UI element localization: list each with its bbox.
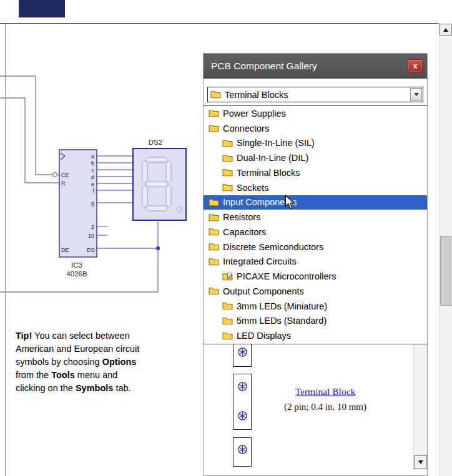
folder-icon — [209, 228, 219, 236]
list-item-sockets[interactable]: Sockets — [204, 180, 427, 195]
folder-icon — [209, 124, 219, 132]
folder-icon — [222, 154, 233, 162]
list-item-dual-in-line[interactable]: Dual-In-Line (DIL) — [204, 150, 427, 165]
decimal-point — [177, 208, 181, 212]
pad-icon — [237, 347, 248, 357]
folder-icon — [209, 213, 219, 221]
list-item-3mm-leds[interactable]: 3mm LEDs (Miniature) — [204, 299, 427, 314]
folder-icon — [209, 258, 219, 266]
tip-bold-symbols: Symbols — [76, 383, 113, 393]
list-item-terminal-blocks[interactable]: Terminal Blocks — [204, 165, 427, 180]
category-combobox[interactable]: Terminal Blocks — [207, 87, 423, 102]
folder-icon — [209, 243, 219, 251]
folder-icon — [222, 302, 233, 310]
list-item-input-components[interactable]: Input Components — [204, 195, 427, 210]
folder-icon — [222, 332, 233, 340]
category-dropdown-list: Power Supplies Connectors Single-In-Line… — [203, 105, 428, 344]
pin-label-g: g — [91, 200, 94, 206]
component-preview-terminal-block-next[interactable] — [233, 437, 252, 467]
list-item-resistors[interactable]: Resistors — [204, 210, 427, 225]
list-item-discrete-semiconductors[interactable]: Discrete Semiconductors — [204, 240, 427, 255]
scroll-up-button[interactable] — [440, 24, 452, 36]
combo-dropdown-button[interactable] — [410, 88, 422, 101]
tip-text: Tip! You can select between American and… — [16, 329, 145, 395]
tip-bold-tip: Tip! — [16, 331, 32, 341]
dialog-title: PCB Component Gallery — [211, 61, 317, 72]
list-item-capacitors[interactable]: Capacitors — [204, 225, 427, 240]
dialog-titlebar[interactable]: PCB Component Gallery x — [204, 54, 427, 79]
mouse-cursor-icon — [285, 195, 295, 210]
folder-icon — [210, 90, 221, 99]
close-button[interactable]: x — [408, 59, 423, 72]
folder-icon — [209, 198, 219, 206]
list-item-5mm-leds[interactable]: 5mm LEDs (Standard) — [204, 314, 427, 329]
component-description-block: Terminal Block (2 pin; 0.4 in, 10 mm) — [263, 386, 388, 412]
pad-icon — [237, 410, 248, 421]
display-reference: DS2 — [149, 138, 162, 146]
pin-label-de: DE — [61, 247, 69, 253]
folder-icon — [222, 168, 233, 177]
junction-dot — [156, 246, 160, 251]
pin-label-b: b — [91, 160, 94, 167]
combobox-value: Terminal Blocks — [225, 90, 288, 100]
list-item-power-supplies[interactable]: Power Supplies — [204, 106, 427, 121]
app-canvas: a b c d e f g 2 10 CE R DE EO DS2 IC3 40… — [0, 0, 452, 476]
list-item-output-components[interactable]: Output Components — [204, 284, 427, 299]
main-vertical-scrollbar[interactable] — [439, 24, 452, 476]
folder-icon — [222, 317, 233, 325]
scrollbar-thumb[interactable] — [440, 236, 451, 306]
inverter-bubble — [53, 173, 57, 177]
pin-label-a: a — [91, 153, 94, 160]
tip-bold-tools: Tools — [51, 370, 75, 380]
pin-label-ce: CE — [61, 172, 69, 178]
pin-label-e: e — [91, 181, 94, 187]
pin-label-eo: EO — [87, 247, 95, 253]
list-item-led-displays[interactable]: LED Displays — [204, 328, 427, 343]
scroll-up-icon — [443, 28, 448, 32]
pad-icon — [237, 444, 248, 455]
pin-label-r: R — [61, 180, 66, 187]
pcb-component-gallery-dialog: PCB Component Gallery x Terminal Blocks — [203, 53, 428, 476]
folder-edit-icon — [222, 273, 233, 281]
folder-icon — [209, 287, 219, 295]
ic-reference: IC3 — [71, 261, 82, 269]
scroll-down-icon — [418, 460, 423, 464]
list-item-picaxe-microcontrollers[interactable]: PICAXE Microcontrollers — [204, 269, 427, 284]
folder-icon — [209, 109, 219, 117]
chevron-down-icon — [414, 93, 419, 96]
tip-bold-options: Options — [102, 357, 137, 367]
gallery-scroll-down-button[interactable] — [414, 455, 427, 469]
close-icon: x — [413, 62, 418, 70]
pin-label-d: d — [91, 174, 94, 180]
ic-part-number: 4026B — [66, 270, 87, 278]
terminal-block-link[interactable]: Terminal Block — [295, 386, 356, 397]
folder-icon — [222, 183, 233, 192]
terminal-block-description: (2 pin; 0.4 in, 10 mm) — [263, 402, 388, 412]
circuit-diagram: a b c d e f g 2 10 CE R DE EO DS2 IC3 40… — [0, 0, 206, 312]
list-item-connectors[interactable]: Connectors — [204, 121, 427, 136]
component-preview-terminal-block-2pin[interactable] — [233, 374, 252, 430]
pad-icon — [237, 381, 248, 392]
pin-label-2: 2 — [91, 224, 94, 230]
pin-label-c: c — [92, 167, 95, 173]
folder-icon — [222, 139, 233, 147]
list-item-integrated-circuits[interactable]: Integrated Circuits — [204, 255, 427, 270]
pin-label-10: 10 — [88, 233, 94, 239]
list-item-single-in-line[interactable]: Single-In-Line (SIL) — [204, 136, 427, 151]
